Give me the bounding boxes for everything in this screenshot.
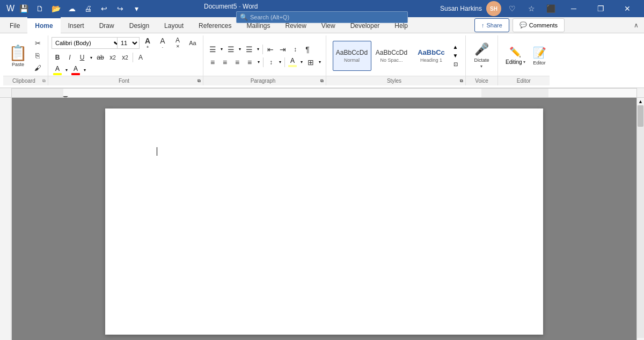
microphone-icon: 🎤 xyxy=(474,42,489,56)
align-dropdown-button[interactable]: ▾ xyxy=(256,57,261,67)
styles-scroll-up-button[interactable]: ▲ xyxy=(452,44,459,51)
italic-button[interactable]: I xyxy=(64,52,76,63)
styles-expand-button[interactable]: ⊡ xyxy=(452,61,459,68)
underline-button[interactable]: U xyxy=(76,52,88,63)
borders-button[interactable]: ⊞ xyxy=(305,56,317,68)
document-scroll-area[interactable] xyxy=(12,98,636,340)
scrollbar-up-button[interactable]: ▲ xyxy=(637,98,644,105)
bullets-button[interactable]: ☰ xyxy=(207,44,218,55)
print-button[interactable]: 🖨 xyxy=(81,3,95,15)
tab-insert[interactable]: Insert xyxy=(61,17,92,33)
font-color-button[interactable]: A xyxy=(70,64,82,76)
increase-indent-button[interactable]: ⇥ xyxy=(277,44,289,55)
minimize-button[interactable]: ─ xyxy=(561,0,586,17)
comments-button[interactable]: 💬 Comments xyxy=(513,18,565,32)
undo-button[interactable]: ↩ xyxy=(97,3,111,15)
numbering-button[interactable]: ☰ xyxy=(225,44,237,55)
format-painter-button[interactable]: 🖌 xyxy=(31,63,45,73)
tab-references[interactable]: References xyxy=(191,17,239,33)
quick-access-toolbar: W 💾 🗋 📂 ☁ 🖨 ↩ ↪ ▾ xyxy=(4,0,145,17)
share-button[interactable]: ↑ Share xyxy=(474,18,509,32)
clear-formatting-button[interactable]: A✕ xyxy=(171,35,185,50)
multilevel-dropdown-button[interactable]: ▾ xyxy=(255,45,261,54)
styles-expand-icon[interactable]: ⧉ xyxy=(460,78,463,84)
styles-group: AaBbCcDd Normal AaBbCcDd No Spac... AaBb… xyxy=(326,35,466,85)
dictate-button[interactable]: 🎤 Dictate ▾ xyxy=(474,42,489,69)
document-page[interactable] xyxy=(105,108,543,335)
open-button[interactable]: 📂 xyxy=(49,3,63,15)
autosave-button[interactable]: 💾 xyxy=(17,3,31,15)
style-normal-preview: AaBbCcDd xyxy=(336,49,368,56)
styles-scroll-down-button[interactable]: ▼ xyxy=(452,52,459,60)
align-left-button[interactable]: ≡ xyxy=(207,56,218,68)
justify-button[interactable]: ≡ xyxy=(244,56,255,68)
redo-button[interactable]: ↪ xyxy=(113,3,127,15)
style-no-space[interactable]: AaBbCcDd No Spac... xyxy=(372,41,411,71)
close-button[interactable]: ✕ xyxy=(615,0,640,17)
font-group: Calibri (Body) ▾ 11 A+ A- A✕ Aa B I U ▾ … xyxy=(48,35,203,85)
bullets-dropdown-button[interactable]: ▾ xyxy=(219,45,224,54)
shading-button[interactable]: A xyxy=(287,56,298,68)
tab-file[interactable]: File xyxy=(2,17,27,33)
comments-icon: 💬 xyxy=(519,21,527,28)
search-icon: 🔍 xyxy=(240,13,248,21)
cut-button[interactable]: ✂ xyxy=(31,38,45,48)
borders-dropdown-button[interactable]: ▾ xyxy=(317,57,323,67)
sort-button[interactable]: ↕ xyxy=(289,44,301,55)
clipboard-group: 📋 Paste ✂ ⎘ 🖌 Clipboard ⧉ xyxy=(3,35,48,85)
copy-button[interactable]: ⎘ xyxy=(31,50,45,61)
font-color-dropdown-button[interactable]: ▾ xyxy=(82,65,87,75)
share-icon: ↑ xyxy=(481,22,485,28)
text-effects-button[interactable]: A xyxy=(135,52,147,63)
show-marks-button[interactable]: ¶ xyxy=(302,44,313,55)
highlight-dropdown-button[interactable]: ▾ xyxy=(64,65,69,75)
superscript-button[interactable]: x2 xyxy=(119,52,131,63)
style-heading1[interactable]: AaBbCc Heading 1 xyxy=(412,41,451,71)
align-center-button[interactable]: ≡ xyxy=(219,56,231,68)
ruler-right-corner xyxy=(636,88,644,97)
tab-draw[interactable]: Draw xyxy=(92,17,122,33)
highlight-button[interactable]: A xyxy=(52,64,63,76)
scrollbar-thumb[interactable] xyxy=(638,105,643,127)
bold-button[interactable]: B xyxy=(52,52,63,63)
style-normal[interactable]: AaBbCcDd Normal xyxy=(333,41,371,71)
customize-quick-access-button[interactable]: ▾ xyxy=(129,3,143,15)
font-expand-icon[interactable]: ⧉ xyxy=(197,78,201,84)
numbering-dropdown-button[interactable]: ▾ xyxy=(237,45,243,54)
fullscreen-button[interactable]: ⬛ xyxy=(542,1,559,16)
clipboard-expand-icon[interactable]: ⧉ xyxy=(42,78,46,84)
restore-button[interactable]: ❐ xyxy=(588,0,613,17)
decrease-font-button[interactable]: A- xyxy=(156,35,170,50)
decrease-indent-button[interactable]: ⇤ xyxy=(265,44,276,55)
align-right-button[interactable]: ≡ xyxy=(231,56,243,68)
increase-font-button[interactable]: A+ xyxy=(141,35,155,50)
collapse-ribbon-button[interactable]: ∧ xyxy=(628,17,644,33)
shading-dropdown-button[interactable]: ▾ xyxy=(299,57,304,67)
strikethrough-button[interactable]: ab xyxy=(94,52,106,63)
font-size-select[interactable]: 11 xyxy=(117,37,140,49)
line-spacing-button[interactable]: ↕ xyxy=(265,56,277,68)
font-name-select[interactable]: Calibri (Body) xyxy=(52,37,121,49)
paste-button[interactable]: 📋 Paste xyxy=(6,35,30,76)
change-case-button[interactable]: Aa xyxy=(186,39,200,47)
title-bar-right: Susan Harkins SH ♡ ☆ ⬛ ─ ❐ ✕ xyxy=(440,0,640,17)
tab-home[interactable]: Home xyxy=(27,17,60,33)
scrollbar-down-button[interactable]: ▼ xyxy=(637,338,644,340)
style-heading1-preview: AaBbCc xyxy=(418,48,445,56)
paragraph-expand-icon[interactable]: ⧉ xyxy=(320,78,324,84)
editing-mode-button[interactable]: ✏️ Editing ▾ xyxy=(501,44,530,67)
title-bar-left: W 💾 🗋 📂 ☁ 🖨 ↩ ↪ ▾ xyxy=(4,0,145,17)
new-button[interactable]: 🗋 xyxy=(33,3,47,15)
tab-design[interactable]: Design xyxy=(122,17,157,33)
subscript-button[interactable]: x2 xyxy=(107,52,119,63)
ribbon-display-button[interactable]: ♡ xyxy=(503,1,521,16)
search-input[interactable] xyxy=(250,14,404,20)
user-avatar[interactable]: SH xyxy=(486,1,501,16)
save-cloud-button[interactable]: ☁ xyxy=(65,3,79,15)
line-spacing-dropdown-button[interactable]: ▾ xyxy=(277,57,283,67)
multilevel-list-button[interactable]: ☰ xyxy=(243,44,255,55)
underline-dropdown-button[interactable]: ▾ xyxy=(89,53,94,62)
tab-layout[interactable]: Layout xyxy=(157,17,191,33)
editor-button[interactable]: 📝 Editor xyxy=(533,46,546,66)
bookmark-icon-button[interactable]: ☆ xyxy=(523,1,540,16)
